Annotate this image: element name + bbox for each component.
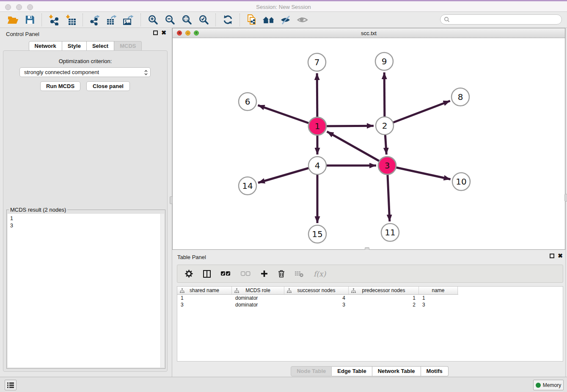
close-panel-icon[interactable]: ✖ — [161, 30, 166, 35]
toolbar-separator — [83, 14, 83, 26]
result-line: 1 — [10, 215, 164, 222]
select-all-rows-button[interactable] — [221, 271, 231, 276]
close-table-panel-icon[interactable]: ✖ — [558, 254, 563, 258]
add-column-button[interactable] — [261, 270, 268, 277]
table-row[interactable]: 1dominator411 — [177, 295, 563, 301]
column-tree-icon — [351, 288, 356, 294]
graph-edge-2-8[interactable] — [385, 101, 450, 126]
gear-icon — [185, 270, 193, 278]
search-input[interactable] — [451, 15, 561, 24]
mcds-result-text: 13 — [8, 214, 164, 229]
tab-node-table[interactable]: Node Table — [291, 366, 332, 376]
zoom-fit-button[interactable] — [178, 13, 195, 27]
tab-mcds[interactable]: MCDS — [114, 41, 142, 51]
tab-style[interactable]: Style — [62, 41, 87, 51]
export-table-button[interactable] — [103, 13, 120, 27]
zoom-in-button[interactable] — [144, 13, 161, 27]
zoom-selected-button[interactable] — [195, 13, 212, 27]
right-splitter[interactable] — [565, 28, 567, 377]
splitter-grip[interactable] — [564, 194, 567, 202]
table-panel: Table Panel ✖ — [172, 250, 567, 377]
tab-network-table[interactable]: Network Table — [372, 366, 421, 376]
column-label: predecessor nodes — [362, 287, 405, 293]
node-table-header: shared nameMCDS rolesuccessor nodesprede… — [177, 287, 458, 295]
graph-edge-3-1[interactable] — [327, 132, 387, 166]
zoom-selected-icon — [198, 14, 209, 25]
import-network-button[interactable] — [45, 13, 62, 27]
open-session-button[interactable] — [4, 13, 21, 27]
column-label: shared name — [190, 287, 219, 293]
hide-selected-button[interactable] — [277, 13, 294, 27]
save-session-button[interactable] — [21, 13, 38, 27]
deselect-all-rows-button[interactable] — [241, 271, 250, 276]
function-builder-button[interactable]: f(x) — [314, 270, 326, 278]
show-all-button[interactable] — [294, 13, 311, 27]
export-table-icon — [106, 14, 117, 25]
column-header-shared-name[interactable]: shared name — [177, 287, 232, 294]
zoom-fit-icon — [182, 14, 192, 25]
first-neighbors-button[interactable] — [260, 13, 277, 27]
mcds-panel: Optimization criterion: strongly connect… — [3, 50, 168, 372]
column-label: MCDS role — [245, 287, 270, 293]
save-icon — [25, 15, 35, 25]
graph-node-label: 9 — [382, 56, 387, 66]
result-scrollbar[interactable] — [160, 214, 164, 367]
table-settings-button[interactable] — [185, 270, 193, 278]
column-header-name[interactable]: name — [419, 287, 458, 294]
column-label: name — [432, 287, 444, 293]
column-header-predecessor-nodes[interactable]: predecessor nodes — [349, 287, 419, 294]
mcds-result-title: MCDS result (2 nodes) — [9, 207, 67, 213]
houses-icon — [262, 15, 275, 25]
delete-column-button[interactable] — [278, 270, 285, 278]
refresh-layout-button[interactable] — [219, 13, 236, 27]
memory-button[interactable]: Memory — [533, 380, 564, 390]
zoom-out-icon — [165, 14, 175, 25]
column-layout-button[interactable] — [203, 270, 211, 278]
float-panel-icon[interactable] — [153, 30, 158, 35]
tab-network[interactable]: Network — [29, 41, 62, 51]
column-tree-icon — [180, 288, 184, 294]
unchecked-boxes-icon — [241, 271, 250, 276]
table-cell: 2 — [349, 301, 419, 308]
node-table-body: 1dominator4113dominator323 — [177, 295, 563, 308]
table-cell: dominator — [232, 301, 284, 308]
table-cell: 1 — [349, 295, 419, 301]
export-network-button[interactable] — [86, 13, 103, 27]
column-tree-icon — [234, 288, 239, 294]
delete-table-button[interactable] — [295, 271, 303, 277]
trash-icon — [278, 270, 285, 278]
columns-icon — [203, 270, 211, 278]
eye-icon — [297, 15, 308, 25]
task-history-button[interactable] — [5, 380, 17, 390]
tab-edge-table[interactable]: Edge Table — [332, 366, 372, 376]
graph-node-label: 10 — [456, 177, 466, 187]
import-table-button[interactable] — [62, 13, 79, 27]
float-table-panel-icon[interactable] — [550, 254, 554, 258]
criterion-dropdown[interactable]: strongly connected component — [19, 67, 151, 77]
checked-boxes-icon — [221, 271, 231, 276]
tab-select[interactable]: Select — [87, 41, 114, 51]
close-panel-button[interactable]: Close panel — [86, 81, 130, 91]
column-header-successor-nodes[interactable]: successor nodes — [284, 287, 349, 294]
table-cell: dominator — [232, 295, 284, 301]
column-label: successor nodes — [297, 287, 335, 293]
table-cell: 3 — [284, 301, 349, 308]
table-panel-title: Table Panel — [177, 254, 206, 260]
network-canvas[interactable]: 7968124314101511 — [173, 38, 565, 249]
column-header-mcds-role[interactable]: MCDS role — [232, 287, 284, 294]
network-title: scc.txt — [173, 30, 565, 36]
table-cell: 4 — [284, 295, 349, 301]
run-mcds-button[interactable]: Run MCDS — [40, 81, 80, 91]
clone-network-button[interactable] — [243, 13, 260, 27]
export-network-icon — [89, 14, 100, 25]
tab-motifs[interactable]: Motifs — [421, 366, 449, 376]
table-cell: 1 — [177, 295, 232, 301]
mcds-result-area: 13 — [8, 214, 164, 367]
table-row[interactable]: 3dominator323 — [177, 301, 563, 308]
fx-icon: f(x) — [314, 270, 326, 278]
export-image-button[interactable] — [120, 13, 137, 27]
graph-svg[interactable]: 7968124314101511 — [173, 38, 565, 249]
zoom-out-button[interactable] — [161, 13, 178, 27]
graph-node-label: 15 — [312, 229, 322, 239]
graph-edge-3-10[interactable] — [387, 166, 451, 179]
